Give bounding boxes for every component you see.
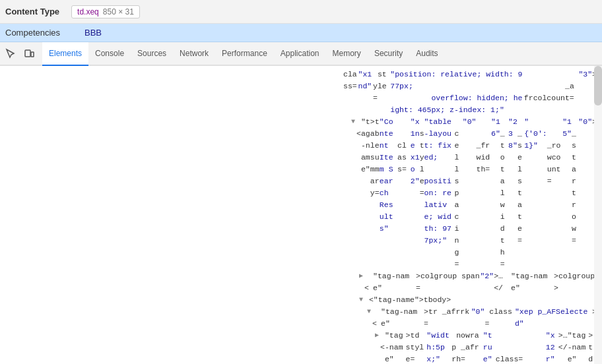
cursor-icon[interactable]	[3, 46, 18, 61]
scrollbar-thumb[interactable]	[594, 66, 602, 106]
top-bar: Content Type td.xeq 850 × 31	[0, 0, 602, 24]
tab-elements[interactable]: Elements	[42, 42, 88, 66]
code-line[interactable]: class="x1nd" style="position: relative; …	[0, 69, 602, 116]
competencies-label: Competencies	[0, 28, 79, 38]
tab-console[interactable]: Console	[88, 42, 131, 66]
tooltip-badge: td.xeq 850 × 31	[71, 5, 140, 18]
tab-sources[interactable]: Sources	[131, 42, 173, 66]
code-line[interactable]: ▼ <"tag-name">tbody>	[0, 294, 602, 306]
competencies-row: Competencies BBB	[0, 24, 602, 42]
tooltip-dims: 850 × 31	[103, 7, 134, 16]
code-line[interactable]: ▶ <"tag-name">td style="width:5px;" nowr…	[0, 330, 602, 364]
tab-performance[interactable]: Performance	[215, 42, 274, 66]
code-line[interactable]: ▼ <"tag-name">tr _afrrk="0" class="xep p…	[0, 306, 602, 330]
tab-audits[interactable]: Audits	[409, 42, 444, 66]
competencies-value: BBB	[79, 28, 107, 38]
code-line[interactable]: ▶ <"tag-name">colgroup span="2">…</"tag-…	[0, 270, 602, 294]
code-line[interactable]: ▼ <"tag-name">table summary="Content Ite…	[0, 116, 602, 270]
content-type-label: Content Type	[5, 7, 59, 16]
device-icon[interactable]	[21, 46, 37, 61]
svg-rect-0	[25, 50, 30, 57]
code-panel[interactable]: class="x1nd" style="position: relative; …	[0, 66, 602, 364]
tab-security[interactable]: Security	[368, 42, 409, 66]
tooltip-tag: td.xeq	[77, 7, 99, 16]
svg-rect-1	[31, 52, 34, 57]
devtools-tabs: ElementsConsoleSourcesNetworkPerformance…	[0, 42, 602, 66]
tabs-container: ElementsConsoleSourcesNetworkPerformance…	[42, 42, 445, 65]
devtools-left-icons	[3, 46, 37, 61]
tab-memory[interactable]: Memory	[326, 42, 368, 66]
tab-network[interactable]: Network	[173, 42, 215, 66]
scrollbar-track	[594, 66, 602, 364]
tab-application[interactable]: Application	[274, 42, 326, 66]
